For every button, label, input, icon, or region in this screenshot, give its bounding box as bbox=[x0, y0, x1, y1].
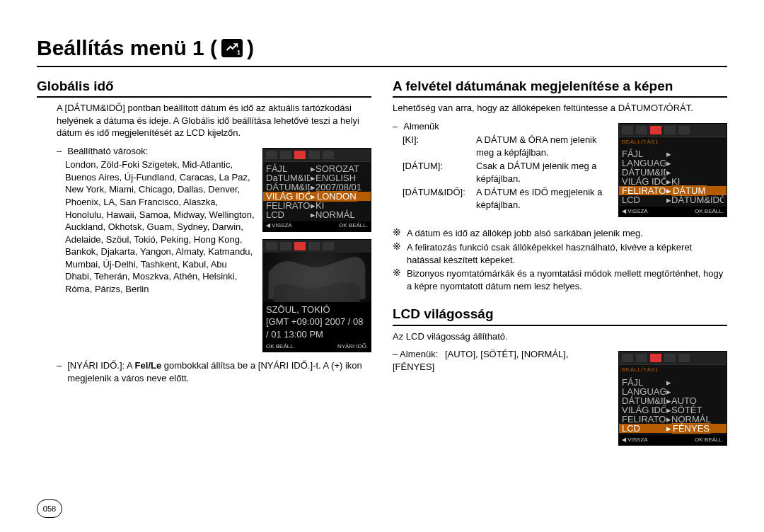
settings-badge-icon: 1 bbox=[221, 39, 243, 57]
lcd-menu-row: LCD▸DÁTUM&IDŐ bbox=[619, 195, 727, 204]
cities-label-row: –Beállítható városok: bbox=[57, 145, 255, 158]
cities-list: London, Zöld-Foki Szigetek, Mid-Atlantic… bbox=[65, 158, 255, 295]
lcd-menu-row: LCD▸FÉNYES bbox=[619, 424, 727, 433]
title-close-paren: ) bbox=[247, 34, 254, 63]
page-title: Beállítás menü 1 ( 1 ) bbox=[37, 34, 727, 67]
imprint-option: [KI]:A DÁTUM & ÓRA nem jelenik meg a kép… bbox=[403, 134, 613, 158]
imprint-note: ※Bizonyos nyomtatómárkák és a nyomtatási… bbox=[393, 267, 727, 292]
imprint-option: [DÁTUM&IDŐ]:A DÁTUM és IDŐ megjelenik a … bbox=[403, 186, 613, 211]
page-number: 058 bbox=[37, 499, 62, 518]
lcd-bright-intro: Az LCD világosság állítható. bbox=[393, 330, 727, 343]
badge-number: 1 bbox=[237, 48, 241, 57]
lcd-submenu-row: – Almenük: [AUTO], [SÖTÉT], [NORMÁL], [F… bbox=[393, 348, 613, 373]
section-lcd-bright: LCD világosság bbox=[393, 305, 727, 326]
lcd-preview-worldtime-menu: FÁJL▸SOROZATDaTUM&IDŐ▸ENGLISHDÁTUM&IDŐ▸2… bbox=[262, 148, 371, 232]
title-text: Beállítás menü 1 ( bbox=[37, 34, 217, 63]
lcd-menu-row: LCD▸NORMÁL bbox=[263, 210, 371, 219]
imprint-intro: Lehetőség van arra, hogy az állóképeken … bbox=[393, 102, 727, 115]
section-imprint: A felvétel dátumának megjelenítése a kép… bbox=[393, 77, 727, 98]
imprint-submenu-label: –Almenük bbox=[393, 120, 613, 133]
imprint-option: [DÁTUM]:Csak a DÁTUM jelenik meg a képfá… bbox=[403, 160, 613, 185]
lcd-preview-brightness-menu: BEÁLLÍTÁS1 FÁJL▸LANGUAGE▸DÁTUM&IDŐ▸AUTOV… bbox=[618, 351, 727, 446]
section-global-time: Globális idő bbox=[37, 77, 371, 98]
global-time-intro: A [DÁTUM&IDŐ] pontban beállított dátum é… bbox=[57, 102, 371, 139]
imprint-note: ※A dátum és idő az állókép jobb alsó sar… bbox=[393, 227, 727, 240]
lcd-preview-worldmap: SZÖUL, TOKIÓ [GMT +09:00] 2007 / 08 / 01… bbox=[262, 239, 371, 353]
imprint-note: ※A feliratozás funkció csak állóképekkel… bbox=[393, 241, 727, 266]
lcd-preview-imprint-menu: BEÁLLÍTÁS1 FÁJL▸LANGUAGE▸DÁTUM&IDŐ▸VILÁG… bbox=[618, 123, 727, 218]
cities-label: Beállítható városok: bbox=[67, 145, 148, 158]
dst-row: – [NYÁRI IDŐ.]: A Fel/Le gombokkal állít… bbox=[57, 359, 371, 384]
